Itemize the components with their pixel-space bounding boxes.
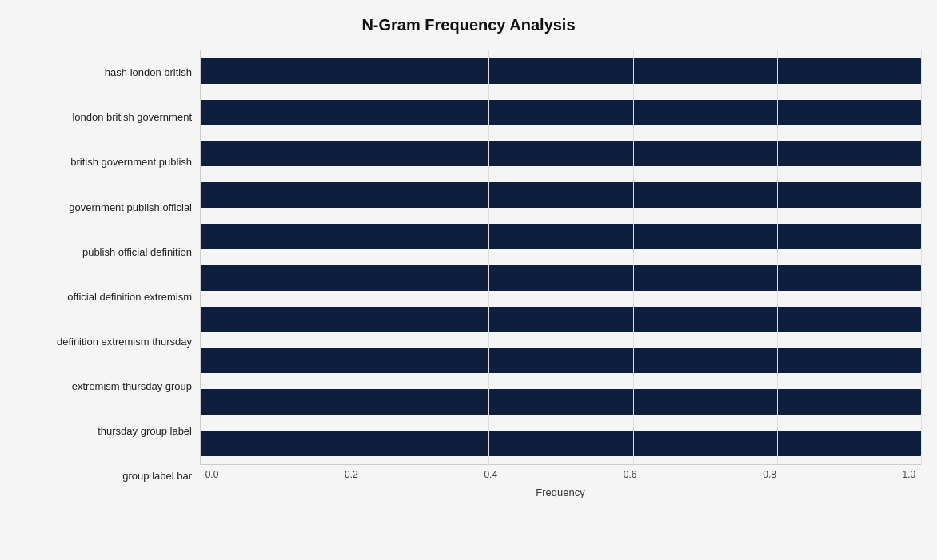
bar-row — [201, 137, 921, 169]
bar — [201, 58, 921, 84]
bar-row — [201, 220, 921, 252]
y-label: official definition extremism — [16, 291, 192, 304]
bar — [201, 100, 921, 125]
y-label: government publish official — [16, 201, 192, 214]
x-tick: 0.4 — [479, 469, 503, 480]
y-label: british government publish — [16, 156, 192, 169]
y-label: hash london british — [16, 66, 192, 79]
y-label: london british government — [16, 111, 192, 124]
bar-row — [201, 179, 921, 211]
grid-line — [921, 50, 922, 464]
bar-row — [201, 386, 921, 418]
y-label: publish official definition — [16, 246, 192, 259]
y-axis-labels: hash london britishlondon british govern… — [16, 50, 200, 498]
x-tick: 0.8 — [758, 469, 782, 480]
bar-row — [201, 262, 921, 294]
chart-area: hash london britishlondon british govern… — [16, 50, 921, 498]
y-label: thursday group label — [16, 425, 192, 438]
x-tick: 0.2 — [339, 469, 363, 480]
bar — [201, 389, 921, 415]
bar-row — [201, 427, 921, 459]
x-tick: 1.0 — [897, 469, 921, 480]
bar — [201, 431, 921, 456]
bar-row — [201, 55, 921, 87]
bar — [201, 141, 921, 166]
plot-area — [200, 50, 921, 465]
x-axis-label: Frequency — [200, 487, 921, 498]
bar-row — [201, 344, 921, 376]
x-tick: 0.0 — [200, 469, 224, 480]
x-ticks-row: 0.00.20.40.60.81.0 — [200, 465, 921, 480]
chart-container: N-Gram Frequency Analysis hash london br… — [0, 0, 937, 560]
bar — [201, 265, 921, 291]
bar-row — [201, 97, 921, 129]
bar — [201, 348, 921, 373]
bar-row — [201, 304, 921, 336]
chart-title: N-Gram Frequency Analysis — [16, 16, 921, 34]
y-label: extremism thursday group — [16, 380, 192, 393]
bar — [201, 307, 921, 332]
x-tick: 0.6 — [618, 469, 642, 480]
bar — [201, 182, 921, 208]
bar — [201, 224, 921, 249]
y-label: group label bar — [16, 470, 192, 483]
y-label: definition extremism thursday — [16, 336, 192, 348]
